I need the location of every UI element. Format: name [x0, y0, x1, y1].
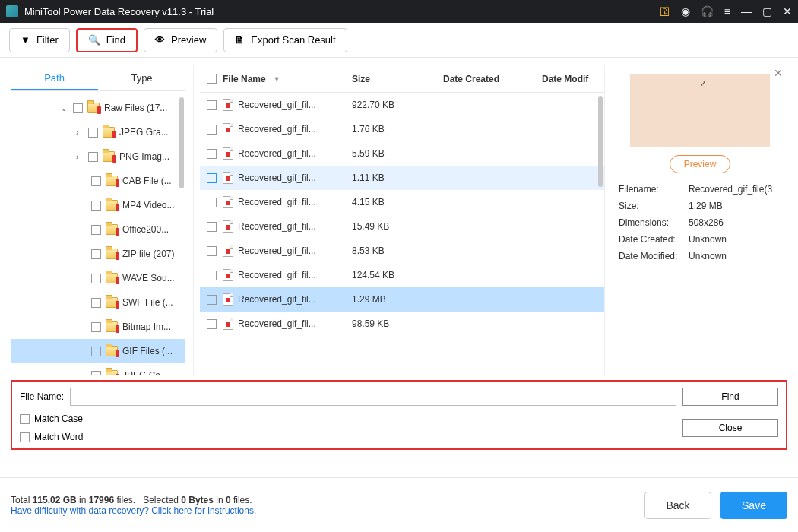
minimize-icon[interactable]: — — [741, 5, 752, 17]
tree-item[interactable]: GIF Files (... — [11, 339, 185, 363]
tree-label: Raw Files (17... — [104, 103, 167, 113]
tree-checkbox[interactable] — [91, 347, 101, 356]
eye-icon: 👁 — [155, 34, 165, 46]
tree-item[interactable]: CAB File (... — [11, 169, 185, 193]
tree-checkbox[interactable] — [91, 322, 101, 332]
row-checkbox[interactable] — [207, 198, 217, 207]
tree-checkbox[interactable] — [91, 249, 101, 259]
tree-checkbox[interactable] — [91, 274, 101, 283]
headset-icon[interactable]: 🎧 — [701, 5, 714, 17]
tree-label: JPEG Gra... — [119, 127, 169, 138]
tree-checkbox[interactable] — [88, 128, 98, 138]
file-row[interactable]: Recovered_gif_fil...4.15 KB — [200, 190, 604, 214]
sort-icon: ▼ — [274, 75, 280, 83]
tree-label: JPEG Ca... — [122, 370, 168, 375]
file-size: 5.59 KB — [352, 148, 443, 159]
tree-checkbox[interactable] — [91, 201, 101, 211]
tree-item[interactable]: ›PNG Imag... — [11, 144, 185, 169]
tree-checkbox[interactable] — [91, 298, 101, 308]
maximize-icon[interactable]: ▢ — [762, 5, 772, 17]
tree-checkbox[interactable] — [88, 152, 98, 162]
row-checkbox[interactable] — [207, 100, 217, 110]
file-row[interactable]: Recovered_gif_fil...124.54 KB — [200, 263, 604, 287]
meta-size: 1.29 MB — [689, 201, 781, 211]
select-all-checkbox[interactable] — [207, 74, 217, 84]
preview-close-icon[interactable]: ✕ — [774, 67, 783, 79]
tree-checkbox[interactable] — [73, 103, 83, 113]
col-modified[interactable]: Date Modif — [542, 74, 603, 84]
back-button[interactable]: Back — [644, 492, 711, 519]
tree-item[interactable]: ⌄Raw Files (17... — [11, 96, 185, 120]
footer: Total 115.02 GB in 17996 files. Selected… — [0, 477, 798, 532]
file-row[interactable]: Recovered_gif_fil...5.59 KB — [200, 141, 604, 166]
file-row[interactable]: Recovered_gif_fil...922.70 KB — [200, 93, 604, 117]
tab-path[interactable]: Path — [11, 65, 98, 90]
tree-item[interactable]: ›JPEG Gra... — [11, 120, 185, 144]
match-case-checkbox[interactable]: Match Case — [20, 413, 83, 424]
tree-item[interactable]: MP4 Video... — [11, 193, 185, 217]
col-created[interactable]: Date Created — [443, 74, 542, 84]
file-row[interactable]: Recovered_gif_fil...1.11 KB — [200, 166, 604, 190]
preview-button[interactable]: 👁 Preview — [144, 28, 217, 52]
folder-icon — [106, 224, 118, 235]
tab-type[interactable]: Type — [98, 65, 185, 90]
find-label: File Name: — [20, 391, 64, 402]
tree-checkbox[interactable] — [91, 225, 101, 235]
file-icon — [223, 99, 233, 111]
tree-item[interactable]: JPEG Ca... — [11, 363, 185, 375]
toolbar: ▼ Filter 🔍 Find 👁 Preview 🗎 Export Scan … — [0, 23, 798, 58]
tree-item[interactable]: Bitmap Im... — [11, 315, 185, 339]
file-row[interactable]: Recovered_gif_fil...1.76 KB — [200, 117, 604, 141]
file-list-header: File Name▼ Size Date Created Date Modif — [200, 65, 604, 93]
file-row[interactable]: Recovered_gif_fil...15.49 KB — [200, 214, 604, 239]
tree-item[interactable]: ZIP file (207) — [11, 242, 185, 266]
find-button[interactable]: 🔍 Find — [76, 28, 138, 52]
folder-icon — [106, 249, 118, 259]
expand-icon[interactable]: ⌄ — [61, 104, 70, 112]
save-button[interactable]: Save — [720, 492, 787, 519]
tree-item[interactable]: Office200... — [11, 217, 185, 242]
row-checkbox[interactable] — [207, 271, 217, 280]
find-input[interactable] — [70, 388, 676, 406]
col-size[interactable]: Size — [352, 74, 443, 84]
tree-label: CAB File (... — [122, 176, 172, 186]
tree-item[interactable]: SWF File (... — [11, 290, 185, 315]
col-filename[interactable]: File Name▼ — [223, 74, 352, 84]
expand-icon[interactable]: › — [76, 128, 85, 137]
filelist-scrollbar[interactable] — [598, 96, 603, 187]
export-button[interactable]: 🗎 Export Scan Result — [223, 28, 347, 52]
row-checkbox[interactable] — [207, 222, 217, 232]
find-close-button[interactable]: Close — [682, 419, 778, 437]
file-size: 922.70 KB — [352, 100, 443, 110]
menu-icon[interactable]: ≡ — [724, 5, 730, 17]
folder-icon — [106, 200, 118, 211]
tree-label: SWF File (... — [122, 297, 173, 308]
file-row[interactable]: Recovered_gif_fil...8.53 KB — [200, 239, 604, 263]
file-name: Recovered_gif_fil... — [238, 100, 316, 110]
filter-button[interactable]: ▼ Filter — [9, 28, 70, 52]
folder-icon — [87, 103, 100, 113]
tree-checkbox[interactable] — [91, 371, 101, 376]
row-checkbox[interactable] — [207, 149, 217, 159]
tree-checkbox[interactable] — [91, 176, 101, 186]
expand-icon[interactable]: › — [76, 153, 85, 161]
file-name: Recovered_gif_fil... — [238, 197, 316, 207]
row-checkbox[interactable] — [207, 173, 217, 183]
globe-icon[interactable]: ◉ — [681, 5, 690, 17]
close-icon[interactable]: ✕ — [783, 5, 792, 17]
match-word-checkbox[interactable]: Match Word — [20, 432, 83, 442]
row-checkbox[interactable] — [207, 319, 217, 329]
row-checkbox[interactable] — [207, 295, 217, 305]
find-execute-button[interactable]: Find — [682, 388, 778, 406]
tree[interactable]: ⌄Raw Files (17...›JPEG Gra...›PNG Imag..… — [11, 91, 185, 375]
search-icon: 🔍 — [88, 34, 100, 46]
tree-item[interactable]: WAVE Sou... — [11, 266, 185, 290]
row-checkbox[interactable] — [207, 246, 217, 256]
tree-scrollbar[interactable] — [179, 97, 184, 188]
key-icon[interactable]: ⚿ — [660, 5, 670, 17]
help-link[interactable]: Have difficulty with data recovery? Clic… — [11, 505, 256, 516]
preview-open-button[interactable]: Preview — [670, 155, 731, 173]
row-checkbox[interactable] — [207, 125, 217, 135]
file-row[interactable]: Recovered_gif_fil...98.59 KB — [200, 312, 604, 336]
file-row[interactable]: Recovered_gif_fil...1.29 MB — [200, 287, 604, 312]
